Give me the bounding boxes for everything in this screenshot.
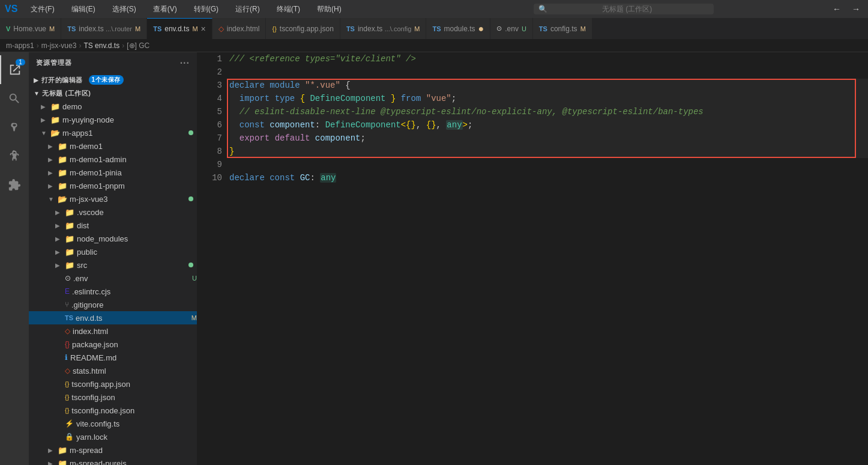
tab-index-ts-router[interactable]: TS index.ts ...\.router M (61, 18, 147, 39)
tab-index-html[interactable]: ◇ index.html (212, 18, 267, 39)
folder-icon-public: 📁 (65, 248, 74, 257)
tree-label-readme: README.md (70, 353, 197, 362)
activity-search[interactable] (0, 84, 29, 113)
tab-config-ts[interactable]: TS config.ts M (533, 18, 592, 39)
file-icon-tsconfigapp: {} (65, 380, 69, 388)
breadcrumb-apps1[interactable]: m-apps1 (6, 41, 34, 50)
tree-label-mdemo1admin: m-demo1-admin (70, 155, 197, 164)
tree-item-packagejson[interactable]: ▶ {} package.json (29, 338, 197, 351)
folder-icon-mdemo1: 📁 (58, 142, 67, 151)
code-line-10: declare const GC: any (229, 171, 868, 184)
breadcrumb-gc[interactable]: [⊕] GC (127, 41, 149, 50)
menu-select[interactable]: 选择(S) (109, 3, 140, 16)
tree-item-mdemo1admin[interactable]: ▶ 📁 m-demo1-admin (29, 153, 197, 166)
activity-debug[interactable] (0, 142, 29, 171)
tab-index-ts-config[interactable]: TS index.ts ...\.config M (340, 18, 427, 39)
code-content: /// <reference types="vite/client" /> de… (227, 52, 868, 184)
tab-env[interactable]: ⊙ .env U (490, 18, 533, 39)
tree-arrow-nodemodules: ▶ (55, 236, 62, 242)
tab-label-home-vue: Home.vue (13, 25, 46, 33)
tree-item-tsconfig[interactable]: ▶ {} tsconfig.json (29, 391, 197, 404)
breadcrumb-envdts[interactable]: TS env.d.ts (83, 41, 119, 50)
tab-env-d-ts[interactable]: TS env.d.ts M × (147, 18, 212, 39)
tree-label-packagejson: package.json (72, 340, 197, 349)
tree-label-mspreadpurejs: m-spread-purejs (70, 459, 197, 466)
tree-item-nodemodules[interactable]: ▶ 📁 node_modules (29, 232, 197, 245)
tree-item-tsconfigapp[interactable]: ▶ {} tsconfig.app.json (29, 377, 197, 391)
tree-item-gitignore[interactable]: ▶ ⑂ .gitignore (29, 298, 197, 311)
workspace-label: 无标题 (工作区) (42, 89, 91, 98)
tab-module-ts[interactable]: TS module.ts ● (426, 18, 490, 39)
tree-item-mdemo1[interactable]: ▶ 📁 m-demo1 (29, 139, 197, 153)
tree-item-public[interactable]: ▶ 📁 public (29, 245, 197, 258)
tree-label-statshtml: stats.html (73, 366, 197, 375)
tree-item-statshtml[interactable]: ▶ ◇ stats.html (29, 364, 197, 377)
tab-badge-modified3: M (192, 25, 197, 32)
tree-item-vscode[interactable]: ▶ 📁 .vscode (29, 205, 197, 219)
tree-item-indexhtml[interactable]: ▶ ◇ index.html (29, 324, 197, 338)
tab-home-vue[interactable]: V Home.vue M (0, 18, 61, 39)
breadcrumb-jsx-vue3[interactable]: m-jsx-vue3 (41, 41, 77, 50)
sidebar-dots-button[interactable]: ··· (180, 58, 190, 68)
activity-explorer[interactable]: 1 (0, 55, 29, 84)
menu-goto[interactable]: 转到(G) (190, 3, 222, 16)
workspace-section[interactable]: ▼ 无标题 (工作区) (29, 87, 197, 100)
tree-item-tsconfignode[interactable]: ▶ {} tsconfig.node.json (29, 404, 197, 417)
open-editors-section[interactable]: ▶ 打开的编辑器 1个未保存 (29, 73, 197, 87)
nav-back-button[interactable]: ← (830, 3, 844, 15)
code-lines: /// <reference types="vite/client" /> de… (227, 52, 868, 184)
tab-badge-modified: M (49, 25, 55, 32)
tree-item-env[interactable]: ▶ ⊙ .env U (29, 272, 197, 285)
tab-dot-module: ● (478, 24, 484, 34)
tree-item-demo[interactable]: ▶ 📁 demo (29, 100, 197, 113)
tree-item-src[interactable]: ▶ 📁 src (29, 258, 197, 272)
tab-icon-ts3: TS (346, 25, 355, 32)
tree-item-readme[interactable]: ▶ ℹ README.md (29, 351, 197, 364)
tree-item-mdemo1pnpm[interactable]: ▶ 📁 m-demo1-pnpm (29, 179, 197, 192)
tree-label-gitignore: .gitignore (71, 300, 197, 309)
menu-view[interactable]: 查看(V) (149, 3, 181, 16)
code-line-4: import type { DefineComponent } from "vu… (229, 92, 868, 105)
app-icon: VS (5, 4, 17, 14)
tree-label-yarnlock: yarn.lock (76, 433, 197, 442)
tree-label-tsconfigapp: tsconfig.app.json (71, 380, 197, 389)
tree-item-mdemo1pinia[interactable]: ▶ 📁 m-demo1-pinia (29, 166, 197, 179)
tree-label-mspread: m-spread (70, 446, 197, 455)
open-editors-badge: 1个未保存 (89, 75, 124, 85)
tree-item-mspreadpurejs[interactable]: ▶ 📁 m-spread-purejs (29, 457, 197, 465)
breadcrumb-sep3: › (122, 41, 124, 50)
tree-arrow-mspreadpurejs: ▶ (48, 460, 55, 466)
title-bar-left: VS 文件(F) 编辑(E) 选择(S) 查看(V) 转到(G) 运行(R) 终… (5, 3, 417, 16)
code-line-5: // eslint-disable-next-line @typescript-… (229, 105, 868, 118)
tree-item-eslintrc[interactable]: ▶ E .eslintrc.cjs (29, 285, 197, 298)
folder-icon-mdemo1admin: 📁 (58, 155, 67, 164)
activity-extensions[interactable] (0, 171, 29, 199)
nav-forward-button[interactable]: → (849, 3, 863, 15)
tree-item-mspread[interactable]: ▶ 📁 m-spread (29, 443, 197, 457)
tree-item-envdts[interactable]: ▶ TS env.d.ts M (29, 311, 197, 324)
tab-icon-html: ◇ (219, 25, 224, 33)
tab-badge-modified5: M (580, 25, 586, 32)
activity-git[interactable] (0, 113, 29, 142)
menu-run[interactable]: 运行(R) (232, 3, 264, 16)
tree-item-myuying[interactable]: ▶ 📁 m-yuying-node (29, 113, 197, 126)
tree-item-mjsxvue3[interactable]: ▼ 📂 m-jsx-vue3 (29, 192, 197, 205)
menu-edit[interactable]: 编辑(E) (68, 3, 99, 16)
code-line-6: const component: DefineComponent<{}, {},… (229, 118, 868, 132)
editor-wrapper[interactable]: 1 2 3 4 5 6 7 8 9 10 /// (197, 52, 868, 465)
title-bar: VS 文件(F) 编辑(E) 选择(S) 查看(V) 转到(G) 运行(R) 终… (0, 0, 868, 18)
editor-area: 1 2 3 4 5 6 7 8 9 10 /// (197, 52, 868, 465)
menu-terminal[interactable]: 终端(T) (273, 3, 304, 16)
tab-bar: V Home.vue M TS index.ts ...\.router M T… (0, 18, 868, 39)
menu-file[interactable]: 文件(F) (27, 3, 58, 16)
tree-item-viteconfig[interactable]: ▶ ⚡ vite.config.ts (29, 417, 197, 430)
menu-help[interactable]: 帮助(H) (313, 3, 345, 16)
tab-close-env[interactable]: × (201, 24, 206, 34)
search-input[interactable] (534, 4, 714, 14)
tree-item-mapps1[interactable]: ▼ 📂 m-apps1 (29, 126, 197, 139)
tree-item-dist[interactable]: ▶ 📁 dist (29, 219, 197, 232)
tab-tsconfig-app[interactable]: {} tsconfig.app.json (266, 18, 340, 39)
tree-label-public: public (77, 248, 197, 257)
tree-item-yarnlock[interactable]: ▶ 🔒 yarn.lock (29, 430, 197, 443)
code-line-3: declare module "*.vue" { (229, 79, 868, 92)
